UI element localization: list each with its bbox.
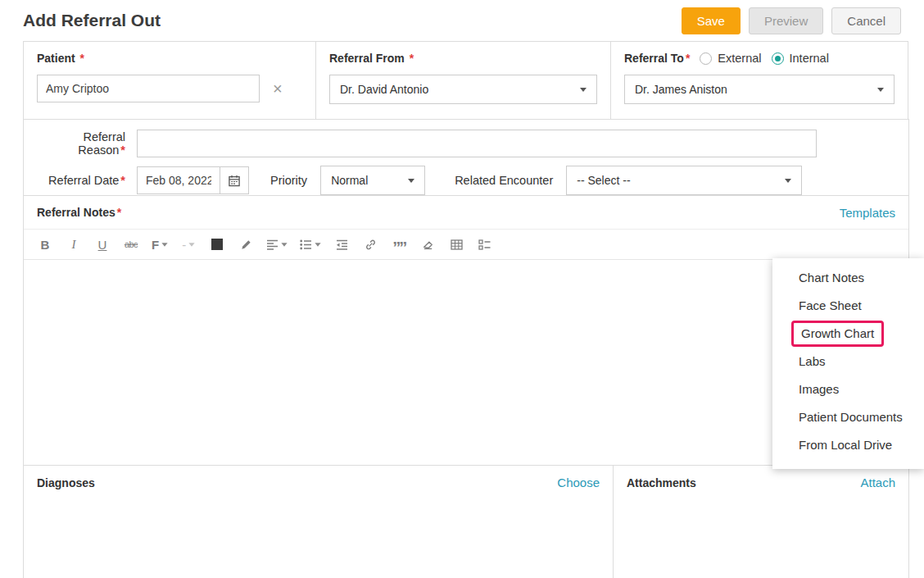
calendar-icon <box>228 175 241 187</box>
internal-radio-label: Internal <box>790 52 829 65</box>
blockquote-icon[interactable]: ”” <box>391 237 407 252</box>
font-size-icon[interactable]: - <box>180 238 197 252</box>
chevron-down-icon <box>162 243 168 247</box>
checklist-icon[interactable] <box>477 239 493 250</box>
menu-item-chart-notes[interactable]: Chart Notes <box>772 264 924 292</box>
growth-chart-highlight-box: Growth Chart <box>791 321 884 347</box>
referral-from-select[interactable]: Dr. David Antonio <box>329 75 597 104</box>
menu-item-patient-documents[interactable]: Patient Documents <box>772 403 924 431</box>
referral-to-select[interactable]: Dr. James Aniston <box>624 75 895 104</box>
referral-from-required-asterisk: * <box>410 52 414 65</box>
referral-to-label: Referral To <box>624 52 684 65</box>
priority-label: Priority <box>270 174 307 187</box>
priority-selected-value: Normal <box>331 174 368 187</box>
save-button[interactable]: Save <box>682 7 741 34</box>
patient-section: Patient * × <box>23 41 316 120</box>
referral-notes-label: Referral Notes <box>37 206 116 219</box>
referral-from-selected-value: Dr. David Antonio <box>340 83 428 96</box>
chevron-down-icon <box>315 243 321 247</box>
bullet-list-icon[interactable] <box>300 239 321 250</box>
referral-to-internal-option[interactable]: Internal <box>772 52 829 65</box>
editor-toolbar: B I U abc F - ”” <box>24 229 908 260</box>
related-encounter-select[interactable]: -- Select -- <box>566 166 802 195</box>
patient-input[interactable] <box>37 75 260 102</box>
referral-notes-required-asterisk: * <box>117 206 121 219</box>
cancel-button[interactable]: Cancel <box>831 7 901 34</box>
referral-date-required-asterisk: * <box>120 174 125 187</box>
diagnoses-label: Diagnoses <box>37 476 95 489</box>
page-title: Add Referral Out <box>23 11 161 30</box>
templates-link[interactable]: Templates <box>840 206 895 220</box>
menu-item-from-local-drive[interactable]: From Local Drive <box>772 431 924 459</box>
referral-to-section: Referral To * External Internal Dr. Jame… <box>610 41 908 120</box>
calendar-button[interactable] <box>220 166 249 194</box>
external-radio-label: External <box>718 52 761 65</box>
referral-date-input[interactable] <box>137 166 220 194</box>
patient-required-asterisk: * <box>80 52 84 65</box>
referral-reason-input[interactable] <box>137 130 817 157</box>
referral-date-label: Referral Date <box>48 174 119 187</box>
templates-dropdown-menu: Chart Notes Face Sheet Growth Chart Labs… <box>772 258 924 469</box>
page-header: Add Referral Out Save Preview Cancel <box>0 0 924 41</box>
diagnoses-section: Diagnoses Choose <box>23 465 614 578</box>
clear-patient-icon[interactable]: × <box>273 80 283 97</box>
referral-reason-label: Referral Reason <box>78 130 125 157</box>
referral-to-required-asterisk: * <box>686 52 690 65</box>
referral-reason-required-asterisk: * <box>120 143 125 157</box>
chevron-down-icon <box>408 179 414 183</box>
menu-item-labs[interactable]: Labs <box>772 348 924 375</box>
clear-format-icon[interactable] <box>419 239 436 250</box>
chevron-down-icon <box>580 88 587 92</box>
bold-icon[interactable]: B <box>37 238 53 252</box>
form-row-bottom: Diagnoses Choose Attachments Attach <box>23 465 909 578</box>
attachments-label: Attachments <box>627 476 696 489</box>
attach-link[interactable]: Attach <box>860 476 895 489</box>
patient-label: Patient <box>37 52 75 65</box>
referral-from-label: Referral From <box>329 52 405 65</box>
strikethrough-icon[interactable]: abc <box>123 239 139 249</box>
chevron-down-icon <box>785 179 791 183</box>
chevron-down-icon <box>189 243 195 247</box>
related-encounter-selected-value: -- Select -- <box>577 174 630 187</box>
referral-to-external-option[interactable]: External <box>700 52 761 65</box>
menu-item-face-sheet[interactable]: Face Sheet <box>772 292 924 320</box>
chevron-down-icon <box>282 243 288 247</box>
header-actions: Save Preview Cancel <box>682 7 901 34</box>
external-radio[interactable] <box>700 52 712 65</box>
preview-button[interactable]: Preview <box>749 7 823 34</box>
outdent-icon[interactable] <box>333 239 350 250</box>
table-icon[interactable] <box>448 239 464 250</box>
referral-to-selected-value: Dr. James Aniston <box>635 83 727 96</box>
choose-diagnoses-link[interactable]: Choose <box>557 476 600 489</box>
font-family-icon[interactable]: F <box>152 238 168 252</box>
priority-select[interactable]: Normal <box>320 166 425 195</box>
align-left-icon[interactable] <box>266 239 288 250</box>
form-row-details: Referral Reason* Referral Date* Priority… <box>23 119 909 196</box>
menu-item-images[interactable]: Images <box>772 375 924 403</box>
link-icon[interactable] <box>362 239 378 251</box>
menu-item-growth-chart[interactable]: Growth Chart <box>772 320 924 348</box>
italic-icon[interactable]: I <box>66 238 82 252</box>
related-encounter-label: Related Encounter <box>455 174 553 187</box>
internal-radio[interactable] <box>772 52 784 65</box>
text-color-icon[interactable] <box>238 239 254 251</box>
chevron-down-icon <box>877 88 884 92</box>
attachments-section: Attachments Attach <box>613 465 909 578</box>
bg-color-icon[interactable] <box>209 239 225 250</box>
referral-from-section: Referral From * Dr. David Antonio <box>315 41 611 120</box>
underline-icon[interactable]: U <box>94 238 111 252</box>
form-row-top: Patient * × Referral From * Dr. David An… <box>23 41 909 120</box>
